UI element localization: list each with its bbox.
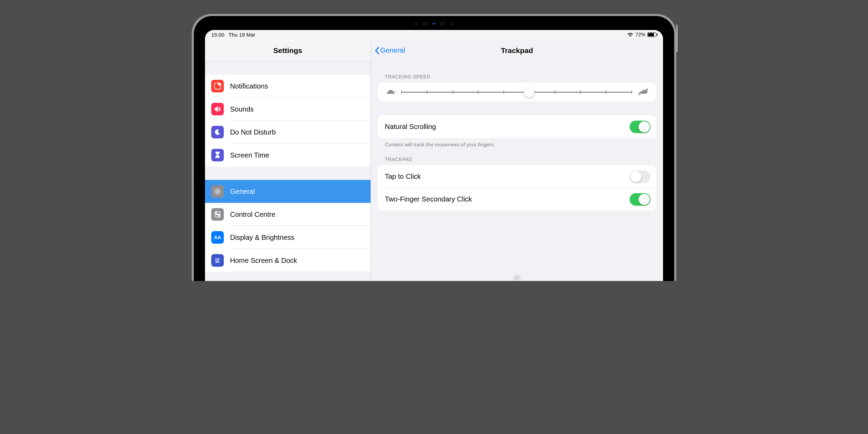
home-dock-icon	[211, 254, 224, 267]
sidebar-item-general[interactable]: General	[205, 180, 371, 203]
sidebar-item-label: Display & Brightness	[230, 234, 295, 242]
sidebar-item-sounds[interactable]: Sounds	[205, 98, 371, 121]
status-date: Thu 19 Mar	[229, 32, 256, 38]
general-icon	[211, 185, 224, 198]
svg-point-3	[216, 190, 219, 193]
sidebar-item-label: Notifications	[230, 82, 268, 90]
camera-cluster	[414, 21, 454, 26]
device-side-button	[676, 24, 678, 52]
tracking-speed-slider-card	[378, 83, 656, 101]
sidebar-item-label: Control Centre	[230, 211, 275, 219]
sidebar-item-dnd[interactable]: Do Not Disturb	[205, 121, 371, 144]
svg-point-2	[215, 189, 220, 194]
back-button[interactable]: General	[374, 39, 405, 62]
tap-to-click-row[interactable]: Tap to Click	[378, 165, 656, 188]
battery-icon	[647, 32, 657, 37]
svg-rect-14	[217, 260, 218, 261]
natural-scrolling-card: Natural Scrolling	[378, 115, 656, 138]
status-battery-pct: 72%	[635, 32, 645, 37]
back-label: General	[380, 46, 405, 54]
natural-scrolling-note: Content will track the movement of your …	[385, 142, 656, 147]
sidebar-item-label: Screen Time	[230, 151, 269, 159]
screen-time-icon	[211, 149, 224, 161]
natural-scrolling-label: Natural Scrolling	[385, 123, 436, 131]
page-title: Trackpad	[501, 46, 533, 55]
natural-scrolling-switch[interactable]	[630, 121, 650, 133]
svg-rect-11	[217, 258, 218, 259]
control-centre-icon	[211, 208, 224, 221]
tracking-speed-slider[interactable]	[402, 92, 632, 93]
sidebar-item-screen-time[interactable]: Screen Time	[205, 144, 371, 167]
sidebar-item-notifications[interactable]: Notifications	[205, 75, 371, 98]
tortoise-icon	[386, 88, 396, 96]
svg-rect-12	[218, 258, 219, 259]
notifications-icon	[211, 80, 224, 92]
tap-to-click-switch[interactable]	[630, 170, 650, 183]
sidebar-item-label: Home Screen & Dock	[230, 257, 297, 265]
two-finger-click-label: Two-Finger Secondary Click	[385, 195, 472, 203]
two-finger-click-row[interactable]: Two-Finger Secondary Click	[378, 188, 656, 211]
tap-to-click-label: Tap to Click	[385, 173, 421, 181]
home-indicator	[511, 275, 523, 281]
svg-text:AA: AA	[214, 235, 221, 240]
two-finger-click-switch[interactable]	[630, 193, 650, 206]
svg-point-1	[218, 83, 221, 86]
svg-rect-13	[215, 260, 216, 261]
status-time: 15:00	[211, 32, 224, 38]
sidebar-item-control-centre[interactable]: Control Centre	[205, 203, 371, 226]
wifi-icon	[627, 32, 633, 37]
sidebar-item-label: Sounds	[230, 105, 254, 113]
display-icon: AA	[211, 231, 224, 244]
svg-rect-10	[215, 258, 216, 259]
sidebar-group-2: General Control Centre	[205, 180, 371, 272]
sidebar-group-1: Notifications Sounds	[205, 75, 371, 167]
sidebar-item-label: General	[230, 188, 255, 196]
detail-header: General Trackpad	[371, 39, 663, 62]
trackpad-section-header: TRACKPAD	[385, 157, 656, 162]
svg-point-7	[218, 215, 220, 216]
sidebar-title-bar: Settings	[205, 39, 371, 62]
sidebar-item-home-dock[interactable]: Home Screen & Dock	[205, 249, 371, 272]
settings-sidebar: Settings Notifications	[205, 39, 371, 281]
dnd-icon	[211, 126, 224, 138]
status-bar: 15:00 Thu 19 Mar 72%	[205, 30, 663, 39]
detail-pane: General Trackpad TRACKING SPEED	[371, 39, 663, 281]
sidebar-item-label: Do Not Disturb	[230, 128, 276, 136]
svg-rect-15	[218, 260, 219, 261]
svg-rect-16	[215, 261, 219, 262]
sidebar-item-display[interactable]: AA Display & Brightness	[205, 226, 371, 249]
svg-point-5	[215, 212, 217, 213]
tracking-speed-header: TRACKING SPEED	[385, 74, 656, 79]
rabbit-icon	[637, 87, 648, 97]
sounds-icon	[211, 103, 224, 115]
natural-scrolling-row[interactable]: Natural Scrolling	[378, 115, 656, 138]
trackpad-options-card: Tap to Click Two-Finger Secondary Click	[378, 165, 656, 211]
sidebar-title: Settings	[273, 46, 302, 55]
slider-thumb[interactable]	[524, 87, 534, 97]
